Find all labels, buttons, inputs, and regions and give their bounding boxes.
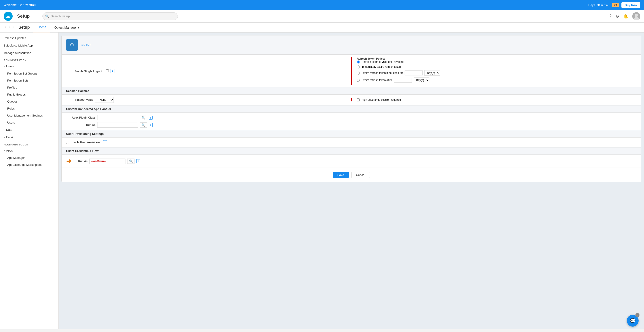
custom-handler-run-as-label: Run As: [66, 123, 96, 127]
single-logout-panel: Enable Single Logout i: [66, 69, 351, 73]
apex-plugin-search-button[interactable]: 🔍: [140, 115, 147, 120]
sidebar-item-salesforce-mobile[interactable]: Salesforce Mobile App: [0, 42, 58, 49]
setup-panel: ⚙ SETUP Enable Single Logout i Refresh T…: [62, 35, 641, 182]
tab-object-manager[interactable]: Object Manager ▾: [50, 23, 84, 32]
timeout-select[interactable]: --None--: [95, 97, 114, 103]
chat-bubble-close-button[interactable]: ✕: [636, 313, 640, 317]
search-icon: 🔍: [45, 15, 49, 18]
gear-icon[interactable]: ⚙: [616, 14, 619, 19]
setup-icon-box: ⚙: [66, 39, 78, 51]
sidebar-item-appexchange[interactable]: AppExchange Marketplace: [0, 161, 58, 168]
top-bar-right: Days left in trial: 29 Buy Now: [588, 2, 640, 8]
radio-label-4: Expire refresh token after: [362, 79, 392, 82]
sidebar-item-public-groups[interactable]: Public Groups: [0, 91, 58, 98]
expire-after-unit-select[interactable]: Day(s): [414, 78, 430, 83]
user-provisioning-info-button[interactable]: i: [103, 140, 107, 144]
expire-after-days-input[interactable]: [394, 78, 412, 83]
enable-user-provisioning-label: Enable User Provisioning: [71, 141, 101, 144]
sidebar-item-roles[interactable]: Roles: [0, 105, 58, 112]
client-credentials-row: ➜ Run As 🔍 i: [62, 155, 641, 168]
setup-panel-header: ⚙ SETUP: [62, 36, 641, 55]
tab-home[interactable]: Home: [34, 23, 50, 32]
expire-not-used-days-input[interactable]: [404, 71, 423, 76]
expire-not-used-unit-select[interactable]: Day(s): [424, 70, 440, 76]
radio-expire-after[interactable]: [357, 79, 360, 82]
user-provisioning-row: Enable User Provisioning i: [62, 138, 641, 147]
refresh-token-policy-label: Refresh Token Policy:: [357, 57, 385, 60]
app-title: Setup: [17, 14, 30, 19]
custom-handler-title: Custom Connected App Handler: [62, 105, 641, 113]
sidebar-item-apps[interactable]: ▾ Apps: [0, 147, 58, 154]
search-wrapper: 🔍: [42, 13, 178, 20]
refresh-token-panel: Refresh Token Policy: Refresh token is v…: [351, 57, 636, 85]
apex-plugin-input[interactable]: [97, 115, 138, 120]
radio-valid-until-revoked[interactable]: [357, 61, 360, 64]
help-icon[interactable]: ?: [609, 14, 612, 19]
sidebar-item-email[interactable]: ▸ Email: [0, 134, 58, 141]
high-assurance-panel: High assurance session required: [351, 98, 636, 101]
svg-point-1: [635, 14, 638, 17]
sidebar-item-profiles[interactable]: Profiles: [0, 84, 58, 91]
search-input[interactable]: [42, 13, 178, 20]
sidebar-item-user-mgmt-settings[interactable]: User Management Settings: [0, 112, 58, 119]
trial-label: Days left in trial:: [588, 4, 609, 7]
top-bar: Welcome, Carl Yestrau Days left in trial…: [0, 0, 644, 10]
save-button[interactable]: Save: [333, 172, 349, 178]
apex-plugin-info-button[interactable]: i: [149, 116, 152, 120]
buy-now-button[interactable]: Buy Now: [622, 2, 640, 8]
radio-option-1: Refresh token is valid until revoked: [357, 60, 440, 64]
client-credentials-run-as-label: Run As: [74, 160, 88, 163]
radio-option-4: Expire refresh token after Day(s): [357, 78, 440, 83]
platform-tools-section-header: PLATFORM TOOLS: [0, 141, 58, 147]
trial-days-badge: 29: [612, 3, 619, 7]
bell-icon[interactable]: 🔔: [623, 14, 628, 19]
user-provisioning-title: User Provisioning Settings: [62, 130, 641, 138]
radio-immediately-expire[interactable]: [357, 66, 360, 69]
main-layout: Release Updates Salesforce Mobile App Ma…: [0, 33, 644, 329]
radio-label-2: Immediately expire refresh token: [362, 65, 401, 69]
avatar[interactable]: [632, 12, 640, 20]
apex-plugin-row: Apex Plugin Class 🔍 i Run As 🔍 i: [62, 113, 641, 130]
high-assurance-checkbox[interactable]: [357, 99, 360, 101]
custom-handler-search-button[interactable]: 🔍: [140, 122, 147, 128]
single-logout-row: Enable Single Logout i Refresh Token Pol…: [62, 55, 641, 87]
sidebar: Release Updates Salesforce Mobile App Ma…: [0, 33, 59, 329]
chevron-down-icon: ▾: [78, 26, 80, 29]
session-policies-row: Timeout Value --None-- High assurance se…: [62, 95, 641, 105]
apex-plugin-label: Apex Plugin Class: [66, 116, 96, 119]
chevron-down-icon: ▾: [4, 149, 5, 152]
setup-header-label: SETUP: [82, 43, 92, 47]
custom-handler-info-button[interactable]: i: [149, 123, 152, 127]
sidebar-item-queues[interactable]: Queues: [0, 98, 58, 105]
timeout-label: Timeout Value: [66, 98, 93, 101]
cancel-button[interactable]: Cancel: [351, 172, 370, 178]
salesforce-logo: ☁: [4, 12, 13, 21]
radio-label-3: Expire refresh token if not used for: [362, 71, 403, 75]
sidebar-item-permission-set-groups[interactable]: Permission Set Groups: [0, 70, 58, 77]
client-credentials-info-button[interactable]: i: [136, 159, 140, 163]
action-row: Save Cancel: [62, 168, 641, 182]
sidebar-item-permission-sets[interactable]: Permission Sets: [0, 77, 58, 84]
tab-bar: ⋮⋮⋮ Setup Home Object Manager ▾: [0, 23, 644, 33]
sidebar-item-users-group[interactable]: ▾ Users: [0, 63, 58, 70]
enable-user-provisioning-checkbox[interactable]: [66, 141, 69, 144]
radio-expire-if-not-used[interactable]: [357, 72, 360, 75]
sidebar-item-app-manager[interactable]: App Manager: [0, 154, 58, 161]
sidebar-item-users[interactable]: Users: [0, 119, 58, 126]
sidebar-item-release-updates[interactable]: Release Updates: [0, 34, 58, 42]
welcome-message: Welcome, Carl Yestrau: [4, 3, 36, 7]
run-as-field-row: Run As 🔍 i: [66, 122, 636, 128]
custom-handler-run-as-input[interactable]: [97, 122, 138, 128]
single-logout-info-button[interactable]: i: [110, 69, 114, 73]
sidebar-item-data[interactable]: ▸ Data: [0, 126, 58, 134]
sidebar-item-manage-subscription[interactable]: Manage Subscription: [0, 49, 58, 57]
radio-option-3: Expire refresh token if not used for Day…: [357, 70, 440, 76]
client-credentials-run-as-input[interactable]: [89, 159, 126, 164]
grid-icon[interactable]: ⋮⋮⋮: [4, 25, 16, 30]
chevron-down-icon: ▾: [4, 65, 5, 68]
single-logout-label: Enable Single Logout: [66, 69, 102, 73]
arrow-indicator: ➜: [66, 157, 71, 165]
client-credentials-search-button[interactable]: 🔍: [127, 159, 134, 164]
single-logout-checkbox[interactable]: [106, 69, 109, 72]
client-credentials-title: Client Credentials Flow: [62, 147, 641, 155]
